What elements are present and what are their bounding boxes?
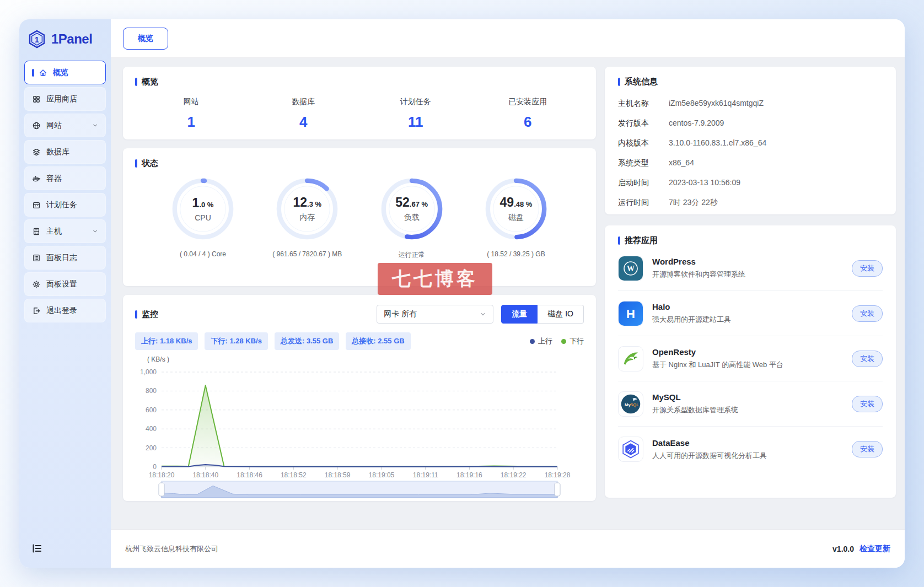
total-sent-chip: 总发送: 3.55 GB — [275, 332, 339, 350]
sidebar-item-panel-settings[interactable]: 面板设置 — [24, 272, 106, 296]
sidebar-item-website[interactable]: 网站 — [24, 114, 106, 137]
svg-text:18:18:46: 18:18:46 — [237, 471, 262, 479]
dataease-icon — [618, 437, 643, 462]
tab-overview[interactable]: 概览 — [123, 28, 168, 50]
info-value: centos-7.9.2009 — [669, 119, 724, 128]
brand-name: 1Panel — [51, 31, 92, 47]
brush-handle-right — [555, 483, 560, 496]
docker-container-icon — [32, 174, 41, 183]
legend-download[interactable]: 下行 — [561, 336, 584, 346]
gauge-subtext: ( 961.65 / 7820.67 ) MB — [272, 250, 342, 258]
disk-io-button[interactable]: 磁盘 IO — [538, 305, 584, 324]
gauge-value: 12 — [293, 195, 308, 210]
app-window: 1 1Panel 概览 应用商店 网站 数据库 — [19, 19, 905, 568]
svg-text:800: 800 — [146, 387, 157, 395]
sidebar-item-label: 退出登录 — [46, 306, 77, 316]
app-row-mysql: MySQL MySQL 开源关系型数据库管理系统 安装 — [618, 381, 883, 427]
brush-handle-left — [159, 483, 164, 496]
mysql-icon: MySQL — [618, 391, 643, 417]
upload-rate-chip: 上行: 1.18 KB/s — [135, 332, 198, 350]
app-description: 开源博客软件和内容管理系统 — [652, 270, 745, 279]
info-label: 内核版本 — [618, 138, 669, 148]
chevron-down-icon — [92, 122, 98, 128]
gauge-value: 49 — [500, 195, 514, 210]
sidebar: 1 1Panel 概览 应用商店 网站 数据库 — [19, 19, 111, 568]
nic-select[interactable]: 网卡 所有 — [377, 305, 493, 324]
sidebar-item-host[interactable]: 主机 — [24, 219, 106, 243]
install-wordpress-button[interactable]: 安装 — [852, 260, 883, 277]
stat-label: 已安装应用 — [472, 97, 584, 107]
wordpress-icon: W — [618, 256, 643, 281]
app-row-dataease: DataEase 人人可用的开源数据可视化分析工具 安装 — [618, 427, 883, 472]
gauge-value: 1 — [192, 196, 200, 211]
chevron-down-icon — [480, 311, 486, 317]
openresty-icon — [618, 346, 643, 371]
brand-logo: 1 1Panel — [19, 21, 111, 57]
company-name: 杭州飞致云信息科技有限公司 — [125, 544, 218, 554]
install-halo-button[interactable]: 安装 — [852, 305, 883, 322]
gauge-value-frac: .3 % — [307, 200, 321, 208]
system-info-title: 系统信息 — [618, 77, 883, 87]
gauge-value: 52 — [395, 195, 410, 210]
overview-card: 概览 网站 1 数据库 4 计划任务 11 — [123, 67, 596, 139]
stat-databases[interactable]: 数据库 4 — [248, 97, 360, 131]
sidebar-item-panel-log[interactable]: 面板日志 — [24, 246, 106, 270]
info-value: 3.10.0-1160.83.1.el7.x86_64 — [669, 138, 766, 148]
traffic-chart[interactable]: 02004006008001,00018:18:2018:18:4018:18:… — [135, 363, 584, 501]
overview-title-text: 概览 — [142, 77, 158, 87]
info-value: iZm5e8e59yxk61q4smtgqiZ — [669, 99, 764, 109]
stat-value: 1 — [135, 114, 248, 131]
install-dataease-button[interactable]: 安装 — [852, 441, 883, 457]
info-value: x86_64 — [669, 158, 694, 168]
monitor-card: 监控 网卡 所有 流量 磁盘 IO — [123, 295, 596, 501]
app-description: 强大易用的开源建站工具 — [652, 315, 731, 325]
gauge-label: 内存 — [299, 213, 315, 223]
topbar: 概览 — [111, 19, 905, 58]
app-description: 人人可用的开源数据可视化分析工具 — [652, 451, 767, 461]
install-openresty-button[interactable]: 安装 — [852, 351, 883, 367]
info-row-hostname: 主机名称 iZm5e8e59yxk61q4smtgqiZ — [618, 94, 883, 114]
traffic-button[interactable]: 流量 — [501, 305, 538, 324]
svg-text:SQL: SQL — [630, 402, 639, 407]
monitor-mode-switch: 流量 磁盘 IO — [501, 305, 584, 324]
recommended-apps-title: 推荐应用 — [618, 235, 883, 246]
svg-text:1: 1 — [35, 35, 39, 44]
version-label: v1.0.0 — [832, 545, 854, 553]
sidebar-item-label: 概览 — [53, 68, 68, 78]
sidebar-item-overview[interactable]: 概览 — [24, 61, 106, 84]
stat-installed-apps[interactable]: 已安装应用 6 — [472, 97, 584, 131]
sidebar-item-app-store[interactable]: 应用商店 — [24, 87, 106, 111]
calendar-icon — [32, 201, 41, 209]
sidebar-item-container[interactable]: 容器 — [24, 166, 106, 190]
check-update-link[interactable]: 检查更新 — [859, 544, 890, 554]
main-area: 概览 概览 网站 1 数据库 — [111, 19, 905, 568]
home-icon — [39, 68, 47, 77]
info-label: 启动时间 — [618, 178, 669, 188]
gauge-label: 负载 — [404, 213, 420, 223]
stat-label: 数据库 — [248, 97, 360, 107]
gauge-memory: 12.3 % 内存 ( 961.65 / 7820.67 ) MB — [266, 176, 348, 260]
nic-select-value: 网卡 所有 — [384, 309, 417, 319]
sidebar-item-label: 容器 — [46, 174, 62, 184]
traffic-stats-row: 上行: 1.18 KB/s 下行: 1.28 KB/s 总发送: 3.55 GB… — [135, 332, 584, 350]
install-mysql-button[interactable]: 安装 — [852, 396, 883, 412]
gauges-row: 1.0 % CPU ( 0.04 / 4 ) Core — [135, 169, 584, 260]
app-row-wordpress: W WordPress 开源博客软件和内容管理系统 安装 — [618, 246, 883, 291]
svg-text:18:19:05: 18:19:05 — [369, 471, 395, 479]
collapse-sidebar-icon[interactable] — [31, 543, 42, 554]
sidebar-item-logout[interactable]: 退出登录 — [24, 299, 106, 322]
recommended-apps-title-text: 推荐应用 — [625, 235, 658, 246]
hexagon-logo-icon: 1 — [27, 29, 47, 49]
logout-icon — [32, 306, 41, 315]
stat-label: 网站 — [135, 97, 248, 107]
layers-icon — [32, 148, 41, 157]
info-value: 2023-03-13 10:56:09 — [669, 178, 740, 188]
sidebar-item-cron[interactable]: 计划任务 — [24, 193, 106, 217]
sidebar-item-database[interactable]: 数据库 — [24, 140, 106, 164]
monitor-header: 监控 网卡 所有 流量 磁盘 IO — [135, 305, 584, 324]
chart-legend: 上行 下行 — [530, 336, 584, 346]
stat-websites[interactable]: 网站 1 — [135, 97, 248, 131]
info-label: 发行版本 — [618, 119, 669, 128]
legend-upload[interactable]: 上行 — [530, 336, 552, 346]
stat-cronjobs[interactable]: 计划任务 11 — [359, 97, 472, 131]
